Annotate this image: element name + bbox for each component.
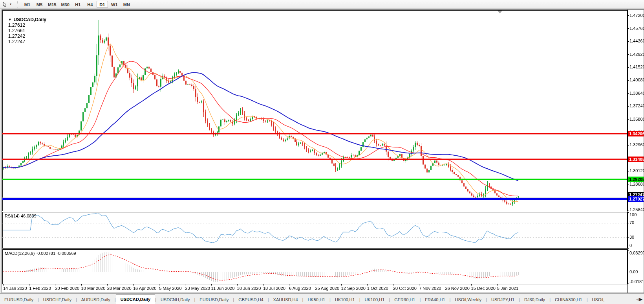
price-level-badge: 1.34206: [628, 131, 644, 136]
rsi-axis-label: 100: [629, 212, 637, 217]
tab-uk100-h1[interactable]: UK100,H1: [360, 296, 389, 304]
date-axis-label: 6 Aug 2020: [289, 286, 311, 291]
date-axis-label: 16 Apr 2020: [133, 286, 156, 291]
date-axis-label: 7 Nov 2020: [419, 286, 441, 291]
date-axis-label: 12 Sep 2020: [341, 286, 366, 291]
tab-usdchf-daily[interactable]: USDCHF,Daily: [39, 296, 76, 304]
date-axis-label: 10 Mar 2020: [81, 286, 106, 291]
tab-xauusd-h4[interactable]: XAUUSD,H4: [269, 296, 302, 304]
tab-uk100-h1[interactable]: UK100,H1: [331, 296, 359, 304]
tab-dj30-daily[interactable]: DJ30,Daily: [520, 296, 549, 304]
date-axis-label: 28 Mar 2020: [107, 286, 132, 291]
date-axis-label: 11 Jun 2020: [211, 286, 235, 291]
rsi-axis-label: 70: [629, 220, 634, 225]
tab-usdjpy-h1[interactable]: USDJPY,H1: [487, 296, 519, 304]
date-axis-label: 25 Aug 2020: [315, 286, 339, 291]
tab-eurusd-daily[interactable]: EURUSD,Daily: [195, 296, 233, 304]
chart-canvas[interactable]: [0, 0, 644, 304]
rsi-axis-label: 30: [629, 235, 634, 240]
price-axis-label: 1.42920: [629, 52, 644, 57]
price-level-badge: 1.31405: [628, 157, 644, 162]
tab-china300-h1[interactable]: CHINA300,H1: [551, 296, 587, 304]
tab-scroll-buttons: ◂▸: [636, 294, 644, 304]
rsi-indicator-label: RSI(14) 46.0839: [5, 214, 37, 218]
price-axis-label: 1.44360: [629, 39, 644, 44]
price-axis-label: 1.30120: [629, 168, 644, 173]
date-axis-label: 5 May 2020: [159, 286, 181, 291]
rsi-axis-label: 0: [629, 243, 632, 248]
price-axis-label: 1.28680: [629, 182, 644, 187]
tab-hk50-h1[interactable]: HK50,H1: [303, 296, 329, 304]
tab-audusd-daily[interactable]: AUDUSD,Daily: [77, 296, 115, 304]
date-axis-label: 5 Jan 2021: [497, 286, 518, 291]
tab-gbpusd-h4[interactable]: GBPUSD,H4: [234, 296, 268, 304]
price-level-badge: 1.27027: [628, 196, 644, 202]
price-axis-label: 1.35800: [629, 117, 644, 122]
date-axis-label: 26 Nov 2020: [445, 286, 469, 291]
ohlc-close: 1.27247: [8, 39, 25, 44]
date-axis-label: 30 Jun 2020: [237, 286, 261, 291]
ohlc-high: 1.27661: [8, 28, 25, 33]
tab-scroll-left-icon[interactable]: ◂: [636, 295, 639, 303]
ohlc-open: 1.27612: [8, 22, 25, 28]
tab-ger30-h1[interactable]: GER30,H1: [390, 296, 419, 304]
tab-eurusd-daily[interactable]: EURUSD,Daily: [0, 296, 38, 304]
price-axis-label: 1.47200: [629, 13, 644, 18]
chart-title: ▼USDCAD,Daily 1.27612 1.27661 1.27242 1.…: [5, 11, 46, 44]
date-axis-label: 18 Jul 2020: [263, 286, 285, 291]
date-axis-label: 20 Feb 2020: [55, 286, 79, 291]
price-axis-label: 1.41520: [629, 64, 644, 70]
price-level-badge: 1.29208: [628, 177, 644, 182]
chart-collapse-icon[interactable]: ▼: [8, 18, 12, 22]
chart-tab-bar: EURUSD,Daily|USDCHF,Daily|AUDUSD,Daily|U…: [0, 293, 644, 304]
tab-usdcad-daily[interactable]: USDCAD,Daily: [116, 295, 155, 304]
price-axis-label: 1.40080: [629, 77, 644, 83]
chart-shift-marker-icon[interactable]: [498, 11, 502, 13]
tab-usdcnh-daily[interactable]: USDCNH,Daily: [156, 296, 194, 304]
date-axis-label: 20 Oct 2020: [393, 286, 417, 291]
chart-symbol-label: USDCAD,Daily: [14, 17, 46, 22]
tab-scroll-right-icon[interactable]: ▸: [639, 295, 642, 303]
macd-axis-label: 0.032972: [629, 251, 644, 256]
tab-usoil-weekly[interactable]: USOil,Weekly: [450, 296, 486, 304]
ohlc-low: 1.27242: [8, 33, 25, 39]
price-axis-label: 1.45760: [629, 26, 644, 31]
date-axis-label: 15 Dec 2020: [471, 286, 496, 291]
tab-fra40-h1[interactable]: FRA40,H1: [421, 296, 449, 304]
price-axis-label: 1.32960: [629, 142, 644, 147]
date-axis-label: 1 Feb 2020: [29, 286, 51, 291]
date-axis-label: 1 Oct 2020: [367, 286, 388, 291]
macd-axis-label: 0.00: [629, 269, 638, 275]
price-axis-label: 1.37240: [629, 103, 644, 109]
tab-usoil-[interactable]: USOil,: [588, 296, 609, 304]
macd-axis-label: -0.018154: [629, 279, 644, 284]
date-axis-label: 14 Jan 2020: [3, 286, 27, 291]
macd-indicator-label: MACD(12,26,9) -0.002781 -0.003569: [5, 251, 76, 256]
date-axis-label: 23 May 2020: [185, 286, 210, 291]
price-axis-label: 1.38640: [629, 91, 644, 96]
